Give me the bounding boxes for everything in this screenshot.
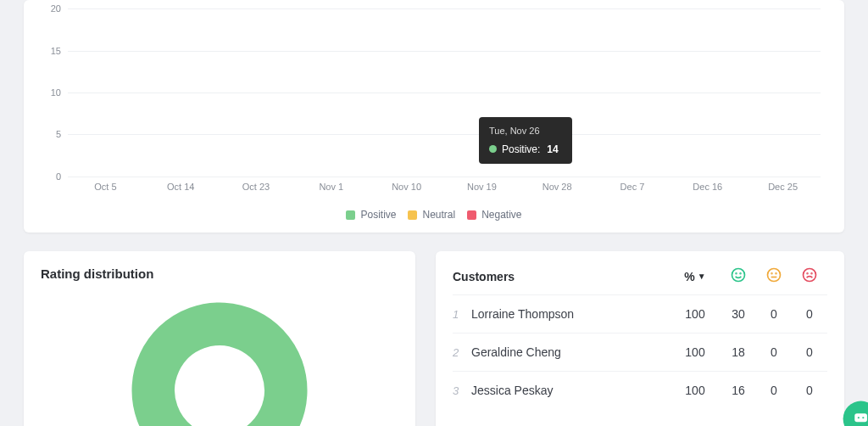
x-tick-label: Nov 10: [369, 182, 444, 192]
caret-down-icon: ▼: [698, 272, 706, 281]
x-tick-label: Dec 16: [670, 182, 745, 192]
x-tick-label: Oct 23: [219, 182, 294, 192]
tooltip-date: Tue, Nov 26: [489, 124, 562, 138]
customer-name: Lorraine Thompson: [471, 307, 670, 321]
y-tick-label: 20: [51, 3, 61, 14]
tooltip-value: 14: [547, 142, 558, 157]
x-tick-label: Nov 19: [444, 182, 520, 192]
customer-row[interactable]: 1Lorraine Thompson1003000: [453, 294, 827, 333]
legend-negative-label: Negative: [481, 209, 521, 221]
rating-distribution-card: Rating distribution: [24, 251, 415, 426]
svg-point-8: [811, 273, 812, 274]
row-index: 1: [453, 308, 471, 321]
customer-percent: 100: [670, 345, 721, 359]
svg-point-3: [768, 269, 781, 282]
customer-percent: 100: [670, 307, 721, 321]
svg-point-10: [858, 417, 860, 418]
svg-point-7: [807, 273, 808, 274]
negative-column-icon: [792, 266, 827, 286]
svg-point-5: [776, 273, 776, 274]
tooltip-series-label: Positive:: [502, 142, 540, 157]
y-tick-label: 0: [56, 171, 61, 182]
customers-title: Customers: [453, 270, 670, 283]
y-tick-label: 5: [56, 129, 61, 139]
row-index: 2: [453, 346, 471, 359]
ratings-over-time-card: 05101520 Oct 5Oct 14Oct 23Nov 1Nov 10Nov…: [24, 0, 844, 233]
row-index: 3: [453, 384, 471, 397]
svg-point-4: [771, 273, 772, 274]
tooltip-dot-icon: [489, 145, 497, 153]
customer-positive-count: 16: [721, 384, 756, 397]
customer-name: Jessica Peskay: [471, 384, 670, 397]
customers-header-row: Customers % ▼: [453, 266, 827, 294]
x-tick-label: Nov 1: [293, 182, 369, 192]
legend-neutral-label: Neutral: [422, 209, 455, 221]
legend-neutral[interactable]: Neutral: [408, 209, 455, 221]
customer-name: Geraldine Cheng: [471, 345, 670, 359]
customer-neutral-count: 0: [756, 345, 792, 359]
neutral-column-icon: [756, 266, 792, 286]
customer-percent: 100: [670, 384, 721, 397]
legend-negative[interactable]: Negative: [467, 209, 521, 221]
chat-icon: [852, 410, 868, 426]
customer-negative-count: 0: [792, 345, 827, 359]
customer-row[interactable]: 3Jessica Peskay1001600: [453, 371, 827, 409]
svg-point-2: [740, 273, 741, 274]
x-tick-label: Nov 28: [520, 182, 595, 192]
ratings-bar-chart[interactable]: 05101520: [68, 3, 821, 182]
customers-card: Customers % ▼ 1Lorraine Thompson10030002…: [436, 251, 844, 426]
donut-segment[interactable]: [131, 302, 308, 426]
chart-legend: Positive Neutral Negative: [41, 209, 827, 221]
x-tick-label: Dec 25: [745, 182, 821, 192]
svg-point-0: [732, 269, 745, 282]
customer-positive-count: 18: [721, 345, 756, 359]
rating-donut-chart[interactable]: [122, 293, 317, 426]
chart-tooltip: Tue, Nov 26 Positive: 14: [479, 117, 572, 164]
y-tick-label: 15: [51, 46, 61, 56]
rating-distribution-title: Rating distribution: [41, 266, 398, 281]
positive-column-icon: [721, 266, 756, 286]
svg-rect-9: [854, 413, 867, 422]
customer-positive-count: 30: [721, 307, 756, 321]
x-tick-label: Oct 5: [68, 182, 143, 192]
customer-negative-count: 0: [792, 384, 827, 397]
customer-neutral-count: 0: [756, 384, 792, 397]
sort-percent-button[interactable]: % ▼: [670, 270, 721, 283]
legend-positive[interactable]: Positive: [346, 209, 396, 221]
x-tick-label: Oct 14: [143, 182, 219, 192]
y-tick-label: 10: [51, 87, 61, 98]
percent-column-label: %: [684, 270, 694, 283]
chat-launcher-button[interactable]: [843, 401, 868, 426]
legend-positive-label: Positive: [360, 209, 396, 221]
customer-row[interactable]: 2Geraldine Cheng1001800: [453, 333, 827, 371]
customer-negative-count: 0: [792, 307, 827, 321]
svg-point-6: [804, 269, 816, 282]
svg-point-1: [736, 273, 737, 274]
svg-point-11: [862, 417, 864, 418]
x-tick-label: Dec 7: [595, 182, 670, 192]
customer-neutral-count: 0: [756, 307, 792, 321]
